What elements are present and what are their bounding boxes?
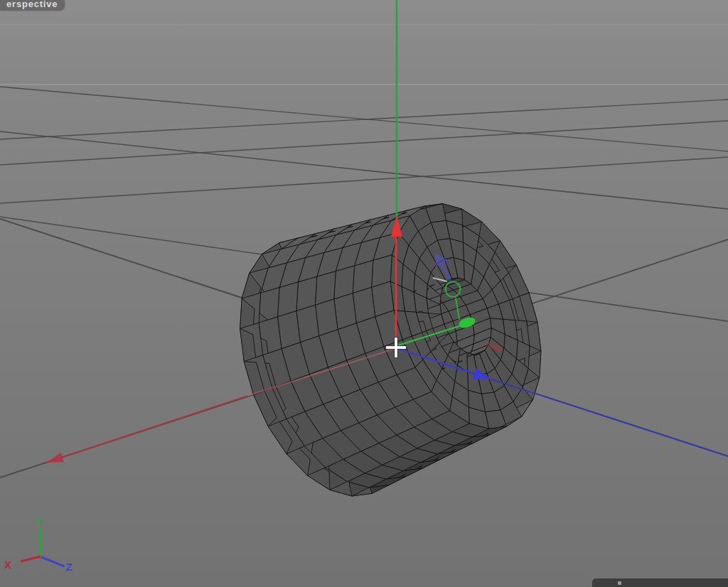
scene-canvas[interactable] [0, 0, 728, 587]
bottom-right-panel-corner [592, 578, 728, 587]
viewport-3d[interactable]: Y X Z erspective [0, 0, 728, 587]
viewport-name-label[interactable]: erspective [0, 0, 65, 10]
panel-corner-dot [618, 581, 621, 585]
viewport-name-text: erspective [6, 0, 58, 9]
